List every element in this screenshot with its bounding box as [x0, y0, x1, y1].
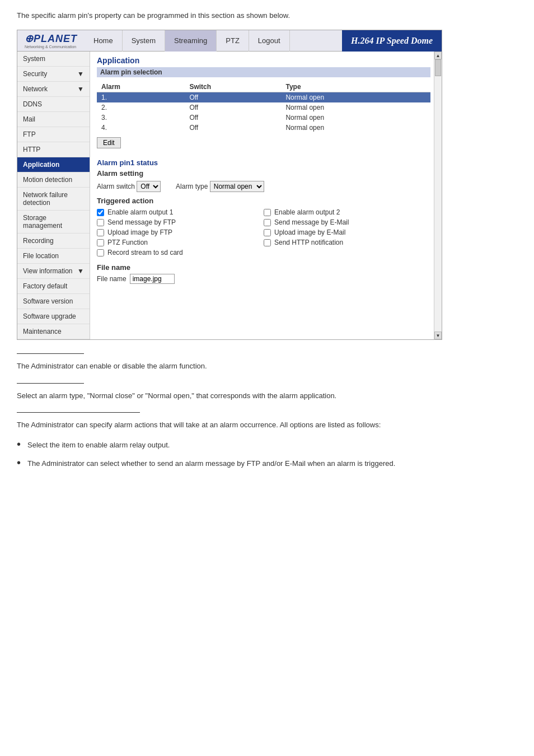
- checkbox-record-stream-row: Record stream to sd card: [97, 249, 264, 256]
- send-ftp-label: Send message by FTP: [107, 218, 176, 226]
- table-header-switch: Switch: [185, 82, 281, 92]
- bullet-item-1: • The Administrator can select whether t…: [17, 458, 517, 469]
- sidebar-item-system[interactable]: System: [17, 52, 90, 67]
- ui-container: ⊕PLANET Networking & Communication Home …: [17, 30, 442, 340]
- bullet-section: • Select the item to enable alarm relay …: [17, 440, 517, 469]
- checkbox-record-stream[interactable]: [97, 249, 104, 256]
- sidebar-item-maintenance[interactable]: Maintenance: [17, 324, 90, 339]
- sidebar-item-network-failure[interactable]: Network failure detection: [17, 188, 90, 211]
- checkbox-upload-image-email-row: Upload image by E-Mail: [264, 228, 430, 236]
- sidebar-item-software-version[interactable]: Software version: [17, 294, 90, 309]
- checkbox-enable-alarm-output1[interactable]: [97, 209, 104, 216]
- sidebar-item-mail[interactable]: Mail: [17, 112, 90, 127]
- nav-logout[interactable]: Logout: [249, 30, 290, 52]
- bullet-dot-1: •: [17, 457, 21, 469]
- alarm-type-select[interactable]: Normal open Normal close: [210, 181, 264, 192]
- alarm-3-type: Normal open: [281, 113, 430, 123]
- file-name-label: File name: [97, 275, 127, 283]
- footer-text-0: The Administrator can enable or disable …: [17, 361, 517, 372]
- sidebar-label-http: HTTP: [23, 146, 40, 153]
- edit-button[interactable]: Edit: [97, 137, 121, 148]
- sidebar-item-view-information[interactable]: View information ▼: [17, 264, 90, 279]
- checkbox-enable-alarm-output1-row: Enable alarm output 1: [97, 208, 264, 216]
- footer-section-2: The Administrator can specify alarm acti…: [17, 412, 517, 469]
- sidebar-item-network[interactable]: Network ▼: [17, 82, 90, 97]
- alarm-4-num: 4.: [97, 123, 185, 133]
- footer-sections: The Administrator can enable or disable …: [17, 353, 517, 469]
- file-input-row: File name: [97, 274, 430, 284]
- divider-1: [17, 383, 84, 384]
- file-name-input[interactable]: [130, 274, 175, 284]
- sidebar-item-factory-default[interactable]: Factory default: [17, 279, 90, 294]
- content-area: Application Alarm pin selection Alarm Sw…: [90, 52, 442, 287]
- checkbox-ptz[interactable]: [97, 239, 104, 246]
- footer-section-1: Select an alarm type, "Normal close" or …: [17, 383, 517, 402]
- checkbox-send-email[interactable]: [264, 219, 271, 226]
- radio-datetime[interactable]: [97, 287, 104, 287]
- bullet-dot-0: •: [17, 438, 21, 451]
- nav-ptz[interactable]: PTZ: [217, 30, 249, 52]
- triggered-action-title: Triggered action: [97, 197, 430, 205]
- sidebar: System Security ▼ Network ▼ DDNS Mail FT…: [17, 52, 90, 339]
- alarm-type-label: Alarm type: [176, 183, 208, 190]
- bullet-text-0: Select the item to enable alarm relay ou…: [27, 440, 517, 451]
- checkbox-upload-image-ftp[interactable]: [97, 229, 104, 236]
- table-header-alarm: Alarm: [97, 82, 185, 92]
- sidebar-label-ddns: DDNS: [23, 100, 42, 108]
- alarm-2-type: Normal open: [281, 102, 430, 113]
- sidebar-item-http[interactable]: HTTP: [17, 142, 90, 157]
- sidebar-item-ddns[interactable]: DDNS: [17, 97, 90, 112]
- sidebar-label-security: Security: [23, 70, 47, 78]
- checkbox-send-http[interactable]: [264, 239, 271, 246]
- divider-0: [17, 353, 84, 354]
- scroll-thumb[interactable]: [435, 59, 441, 76]
- section-title: Application: [97, 56, 430, 65]
- sidebar-label-maintenance: Maintenance: [23, 328, 62, 335]
- table-row[interactable]: 1. Off Normal open: [97, 92, 430, 103]
- sidebar-item-ftp[interactable]: FTP: [17, 127, 90, 142]
- checkbox-send-email-row: Send message by E-Mail: [264, 218, 430, 226]
- checkbox-send-ftp[interactable]: [97, 219, 104, 226]
- nav-streaming[interactable]: Streaming: [165, 30, 217, 52]
- record-stream-label: Record stream to sd card: [107, 249, 183, 256]
- alarm-switch-row: Alarm switch Off On Alarm type Normal op…: [97, 181, 430, 192]
- sidebar-item-recording[interactable]: Recording: [17, 234, 90, 249]
- intro-text: The specific alarm pin's property can be…: [17, 11, 517, 20]
- scroll-up-button[interactable]: ▲: [434, 52, 442, 59]
- sidebar-item-application[interactable]: Application: [17, 157, 90, 172]
- sidebar-label-application: Application: [23, 161, 59, 169]
- checkbox-send-http-row: Send HTTP notification: [264, 239, 430, 246]
- alarm-3-switch: Off: [185, 113, 281, 123]
- alarm-1-num: 1.: [97, 92, 185, 103]
- sidebar-label-recording: Recording: [23, 237, 54, 245]
- alarm-switch-select[interactable]: Off On: [137, 181, 161, 192]
- nav-home[interactable]: Home: [85, 30, 123, 52]
- upload-image-email-label: Upload image by E-Mail: [274, 228, 345, 236]
- radio-datetime-row: Add date/time suffix: [97, 286, 430, 287]
- table-row[interactable]: 4. Off Normal open: [97, 123, 430, 133]
- table-row[interactable]: 3. Off Normal open: [97, 113, 430, 123]
- sidebar-item-storage[interactable]: Storage management: [17, 211, 90, 234]
- nav-system[interactable]: System: [123, 30, 165, 52]
- scroll-down-button[interactable]: ▼: [434, 332, 442, 339]
- table-row[interactable]: 2. Off Normal open: [97, 102, 430, 113]
- sidebar-label-software-upgrade: Software upgrade: [23, 312, 76, 320]
- sidebar-label-motion-detection: Motion detection: [23, 176, 72, 184]
- alarm-3-num: 3.: [97, 113, 185, 123]
- sidebar-item-motion-detection[interactable]: Motion detection: [17, 172, 90, 188]
- checkbox-enable-alarm-output2[interactable]: [264, 209, 271, 216]
- sidebar-item-security[interactable]: Security ▼: [17, 67, 90, 82]
- alarm-4-switch: Off: [185, 123, 281, 133]
- alarm-setting-title: Alarm setting: [97, 169, 430, 178]
- footer-section-0: The Administrator can enable or disable …: [17, 353, 517, 372]
- checkbox-send-ftp-row: Send message by FTP: [97, 218, 264, 226]
- nav-links: Home System Streaming PTZ Logout: [85, 30, 342, 52]
- logo: ⊕PLANET Networking & Communication: [17, 30, 85, 51]
- sidebar-item-software-upgrade[interactable]: Software upgrade: [17, 309, 90, 324]
- send-email-label: Send message by E-Mail: [274, 218, 349, 226]
- sidebar-item-file-location[interactable]: File location: [17, 249, 90, 264]
- triggered-col-right: Enable alarm output 2 Send message by E-…: [264, 208, 430, 259]
- sidebar-label-system: System: [23, 55, 45, 63]
- checkbox-upload-image-email[interactable]: [264, 229, 271, 236]
- table-header-type: Type: [281, 82, 430, 92]
